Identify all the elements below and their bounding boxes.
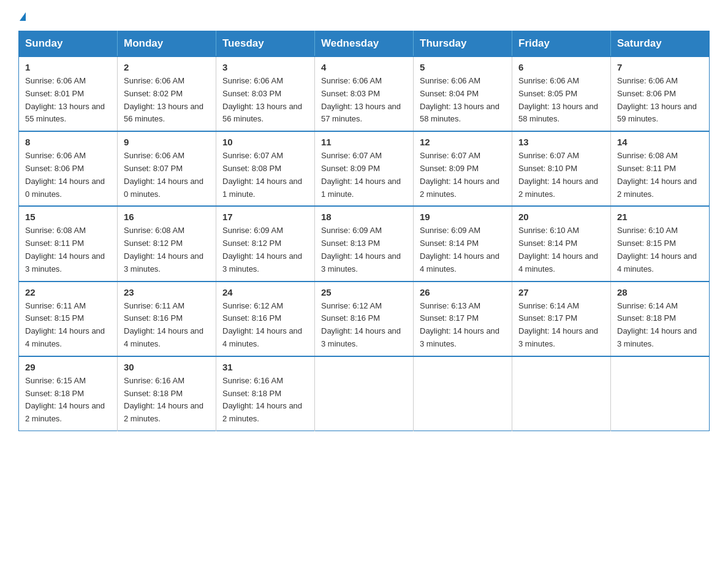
calendar-day-cell: 16 Sunrise: 6:08 AM Sunset: 8:12 PM Dayl… (118, 206, 216, 281)
calendar-day-cell: 25 Sunrise: 6:12 AM Sunset: 8:16 PM Dayl… (315, 282, 414, 356)
day-info: Sunrise: 6:14 AM Sunset: 8:17 PM Dayligh… (518, 300, 604, 351)
day-number: 5 (420, 62, 506, 72)
day-info: Sunrise: 6:16 AM Sunset: 8:18 PM Dayligh… (124, 375, 210, 426)
day-info: Sunrise: 6:06 AM Sunset: 8:05 PM Dayligh… (518, 75, 604, 126)
day-number: 26 (420, 287, 506, 297)
calendar-day-cell: 12 Sunrise: 6:07 AM Sunset: 8:09 PM Dayl… (414, 131, 512, 206)
day-info: Sunrise: 6:07 AM Sunset: 8:09 PM Dayligh… (420, 150, 506, 201)
day-info: Sunrise: 6:10 AM Sunset: 8:15 PM Dayligh… (617, 224, 703, 275)
day-number: 31 (222, 362, 308, 372)
day-info: Sunrise: 6:10 AM Sunset: 8:14 PM Dayligh… (518, 224, 604, 275)
calendar-day-cell: 18 Sunrise: 6:09 AM Sunset: 8:13 PM Dayl… (315, 206, 414, 281)
day-number: 7 (617, 62, 703, 72)
day-number: 12 (420, 137, 506, 147)
calendar-day-cell: 2 Sunrise: 6:06 AM Sunset: 8:02 PM Dayli… (118, 56, 216, 131)
day-number: 21 (617, 212, 703, 222)
weekday-header-wednesday: Wednesday (315, 31, 414, 57)
weekday-header-thursday: Thursday (414, 31, 512, 57)
day-info: Sunrise: 6:06 AM Sunset: 8:07 PM Dayligh… (124, 150, 210, 201)
day-number: 18 (321, 212, 407, 222)
day-number: 8 (25, 137, 111, 147)
calendar-day-cell: 11 Sunrise: 6:07 AM Sunset: 8:09 PM Dayl… (315, 131, 414, 206)
day-number: 25 (321, 287, 407, 297)
day-number: 15 (25, 212, 111, 222)
day-info: Sunrise: 6:08 AM Sunset: 8:12 PM Dayligh… (124, 224, 210, 275)
weekday-header-monday: Monday (118, 31, 216, 57)
day-number: 13 (518, 137, 604, 147)
calendar-day-cell: 15 Sunrise: 6:08 AM Sunset: 8:11 PM Dayl… (19, 206, 118, 281)
day-info: Sunrise: 6:07 AM Sunset: 8:09 PM Dayligh… (321, 150, 407, 201)
calendar-day-cell: 27 Sunrise: 6:14 AM Sunset: 8:17 PM Dayl… (512, 282, 611, 356)
calendar-day-cell: 13 Sunrise: 6:07 AM Sunset: 8:10 PM Dayl… (512, 131, 611, 206)
calendar-day-cell: 17 Sunrise: 6:09 AM Sunset: 8:12 PM Dayl… (216, 206, 315, 281)
day-number: 19 (420, 212, 506, 222)
calendar-day-cell: 4 Sunrise: 6:06 AM Sunset: 8:03 PM Dayli… (315, 56, 414, 131)
day-info: Sunrise: 6:13 AM Sunset: 8:17 PM Dayligh… (420, 300, 506, 351)
calendar-day-cell (611, 356, 710, 431)
calendar-week-row: 29 Sunrise: 6:15 AM Sunset: 8:18 PM Dayl… (19, 356, 710, 431)
day-info: Sunrise: 6:06 AM Sunset: 8:03 PM Dayligh… (321, 75, 407, 126)
day-info: Sunrise: 6:08 AM Sunset: 8:11 PM Dayligh… (25, 224, 111, 275)
calendar-week-row: 22 Sunrise: 6:11 AM Sunset: 8:15 PM Dayl… (19, 282, 710, 356)
calendar-day-cell: 23 Sunrise: 6:11 AM Sunset: 8:16 PM Dayl… (118, 282, 216, 356)
calendar-day-cell: 9 Sunrise: 6:06 AM Sunset: 8:07 PM Dayli… (118, 131, 216, 206)
day-number: 27 (518, 287, 604, 297)
calendar-header-row: SundayMondayTuesdayWednesdayThursdayFrid… (19, 31, 710, 57)
day-number: 4 (321, 62, 407, 72)
day-number: 29 (25, 362, 111, 372)
calendar-day-cell: 6 Sunrise: 6:06 AM Sunset: 8:05 PM Dayli… (512, 56, 611, 131)
day-info: Sunrise: 6:15 AM Sunset: 8:18 PM Dayligh… (25, 375, 111, 426)
calendar-day-cell: 14 Sunrise: 6:08 AM Sunset: 8:11 PM Dayl… (611, 131, 710, 206)
day-info: Sunrise: 6:14 AM Sunset: 8:18 PM Dayligh… (617, 300, 703, 351)
day-info: Sunrise: 6:09 AM Sunset: 8:14 PM Dayligh… (420, 224, 506, 275)
calendar-day-cell (512, 356, 611, 431)
calendar-day-cell: 1 Sunrise: 6:06 AM Sunset: 8:01 PM Dayli… (19, 56, 118, 131)
calendar-day-cell: 29 Sunrise: 6:15 AM Sunset: 8:18 PM Dayl… (19, 356, 118, 431)
calendar-day-cell: 20 Sunrise: 6:10 AM Sunset: 8:14 PM Dayl… (512, 206, 611, 281)
calendar-day-cell (414, 356, 512, 431)
day-number: 30 (124, 362, 210, 372)
day-number: 2 (124, 62, 210, 72)
day-number: 20 (518, 212, 604, 222)
day-info: Sunrise: 6:06 AM Sunset: 8:06 PM Dayligh… (25, 150, 111, 201)
day-info: Sunrise: 6:09 AM Sunset: 8:13 PM Dayligh… (321, 224, 407, 275)
day-info: Sunrise: 6:08 AM Sunset: 8:11 PM Dayligh… (617, 150, 703, 201)
day-number: 10 (222, 137, 308, 147)
day-info: Sunrise: 6:16 AM Sunset: 8:18 PM Dayligh… (222, 375, 308, 426)
weekday-header-tuesday: Tuesday (216, 31, 315, 57)
calendar-day-cell: 8 Sunrise: 6:06 AM Sunset: 8:06 PM Dayli… (19, 131, 118, 206)
day-info: Sunrise: 6:06 AM Sunset: 8:04 PM Dayligh… (420, 75, 506, 126)
calendar-day-cell: 10 Sunrise: 6:07 AM Sunset: 8:08 PM Dayl… (216, 131, 315, 206)
day-info: Sunrise: 6:06 AM Sunset: 8:06 PM Dayligh… (617, 75, 703, 126)
day-info: Sunrise: 6:07 AM Sunset: 8:10 PM Dayligh… (518, 150, 604, 201)
calendar-day-cell (315, 356, 414, 431)
weekday-header-friday: Friday (512, 31, 611, 57)
day-number: 6 (518, 62, 604, 72)
day-info: Sunrise: 6:11 AM Sunset: 8:15 PM Dayligh… (25, 300, 111, 351)
calendar-week-row: 8 Sunrise: 6:06 AM Sunset: 8:06 PM Dayli… (19, 131, 710, 206)
day-number: 9 (124, 137, 210, 147)
calendar-week-row: 1 Sunrise: 6:06 AM Sunset: 8:01 PM Dayli… (19, 56, 710, 131)
calendar-week-row: 15 Sunrise: 6:08 AM Sunset: 8:11 PM Dayl… (19, 206, 710, 281)
weekday-header-saturday: Saturday (611, 31, 710, 57)
calendar-day-cell: 7 Sunrise: 6:06 AM Sunset: 8:06 PM Dayli… (611, 56, 710, 131)
calendar-day-cell: 21 Sunrise: 6:10 AM Sunset: 8:15 PM Dayl… (611, 206, 710, 281)
logo (18, 12, 26, 21)
calendar-day-cell: 19 Sunrise: 6:09 AM Sunset: 8:14 PM Dayl… (414, 206, 512, 281)
day-number: 22 (25, 287, 111, 297)
calendar-day-cell: 24 Sunrise: 6:12 AM Sunset: 8:16 PM Dayl… (216, 282, 315, 356)
calendar-table: SundayMondayTuesdayWednesdayThursdayFrid… (18, 31, 710, 431)
day-info: Sunrise: 6:06 AM Sunset: 8:03 PM Dayligh… (222, 75, 308, 126)
page-header (18, 12, 710, 21)
day-info: Sunrise: 6:06 AM Sunset: 8:01 PM Dayligh… (25, 75, 111, 126)
calendar-day-cell: 28 Sunrise: 6:14 AM Sunset: 8:18 PM Dayl… (611, 282, 710, 356)
day-number: 3 (222, 62, 308, 72)
day-number: 16 (124, 212, 210, 222)
day-info: Sunrise: 6:12 AM Sunset: 8:16 PM Dayligh… (222, 300, 308, 351)
day-info: Sunrise: 6:12 AM Sunset: 8:16 PM Dayligh… (321, 300, 407, 351)
day-number: 11 (321, 137, 407, 147)
weekday-header-sunday: Sunday (19, 31, 118, 57)
calendar-day-cell: 26 Sunrise: 6:13 AM Sunset: 8:17 PM Dayl… (414, 282, 512, 356)
day-number: 28 (617, 287, 703, 297)
day-number: 23 (124, 287, 210, 297)
